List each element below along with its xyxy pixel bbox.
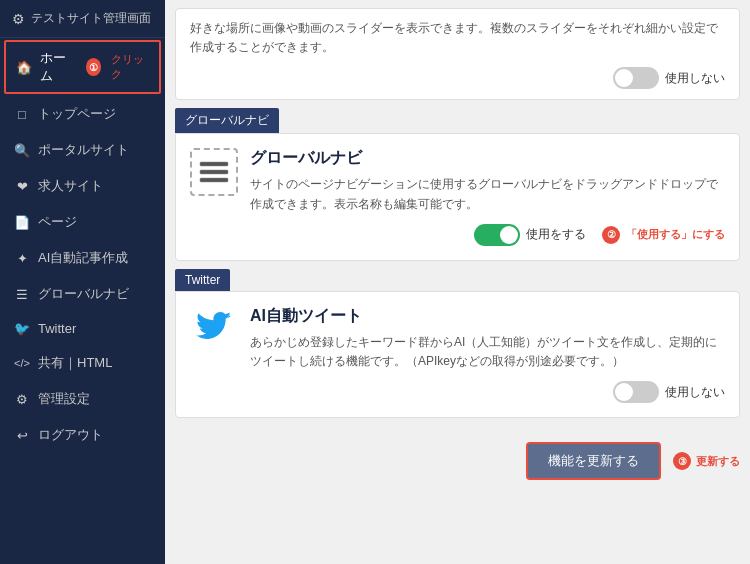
top-page-icon: □ (14, 107, 30, 122)
sidebar-item-admin[interactable]: ⚙ 管理設定 (0, 381, 165, 417)
twitter-card-body: AI自動ツイート あらかじめ登録したキーワード群からAI（人工知能）がツイート文… (250, 306, 725, 403)
annotation-badge-3: ③ (673, 452, 691, 470)
sidebar: ⚙ テストサイト管理画面 🏠 ホーム ① クリック □ トップページ 🔍 ポータ… (0, 0, 165, 564)
sidebar-item-ai-label: AI自動記事作成 (38, 249, 128, 267)
twitter-toggle-label: 使用しない (665, 384, 725, 401)
sidebar-item-home[interactable]: 🏠 ホーム ① クリック (4, 40, 161, 94)
twitter-toggle-knob (615, 383, 633, 401)
svg-rect-1 (200, 170, 228, 174)
sidebar-item-global-label: グローバルナビ (38, 285, 129, 303)
sidebar-item-html-share[interactable]: </> 共有｜HTML (0, 345, 165, 381)
svg-rect-0 (200, 162, 228, 166)
main-content: 好きな場所に画像や動画のスライダーを表示できます。複数のスライダーをそれぞれ細か… (165, 0, 750, 564)
twitter-bird-icon (196, 312, 232, 348)
sidebar-item-top-page[interactable]: □ トップページ (0, 96, 165, 132)
sidebar-item-portal-label: ポータルサイト (38, 141, 129, 159)
sidebar-item-ai-article[interactable]: ✦ AI自動記事作成 (0, 240, 165, 276)
ai-icon: ✦ (14, 251, 30, 266)
sidebar-item-global-nav[interactable]: ☰ グローバルナビ (0, 276, 165, 312)
annotation-badge-2: ② (602, 226, 620, 244)
global-navi-toggle[interactable] (474, 224, 520, 246)
portal-icon: 🔍 (14, 143, 30, 158)
global-navi-toggle-label: 使用をする (526, 226, 586, 243)
global-navi-card-desc: サイトのページナビゲーションに使用するグローバルナビをドラッグアンドドロップで作… (250, 175, 725, 213)
twitter-toggle-row: 使用しない (250, 381, 725, 403)
twitter-toggle[interactable] (613, 381, 659, 403)
sidebar-title-text: テストサイト管理画面 (31, 10, 151, 27)
global-navi-card-body: グローバルナビ サイトのページナビゲーションに使用するグローバルナビをドラッグア… (250, 148, 725, 245)
top-toggle[interactable] (613, 67, 659, 89)
html-icon: </> (14, 357, 30, 369)
sidebar-item-page-label: ページ (38, 213, 77, 231)
top-toggle-label: 使用しない (665, 70, 725, 87)
global-navi-card-icon (190, 148, 238, 196)
sidebar-item-page[interactable]: 📄 ページ (0, 204, 165, 240)
global-navi-toggle-row: 使用をする ② 「使用する」にする (250, 224, 725, 246)
annotation-text-3: 更新する (696, 454, 740, 469)
twitter-icon: 🐦 (14, 321, 30, 336)
sidebar-item-top-label: トップページ (38, 105, 116, 123)
sidebar-item-logout-label: ログアウト (38, 426, 103, 444)
footer-row: 機能を更新する ③ 更新する (165, 426, 750, 490)
global-navi-card-title: グローバルナビ (250, 148, 725, 169)
sidebar-item-job-label: 求人サイト (38, 177, 103, 195)
sidebar-title: ⚙ テストサイト管理画面 (0, 0, 165, 38)
sidebar-item-home-label: ホーム (40, 49, 74, 85)
top-toggle-knob (615, 69, 633, 87)
logout-icon: ↩ (14, 428, 30, 443)
top-partial-card: 好きな場所に画像や動画のスライダーを表示できます。複数のスライダーをそれぞれ細か… (175, 8, 740, 100)
update-button[interactable]: 機能を更新する (526, 442, 661, 480)
top-partial-text: 好きな場所に画像や動画のスライダーを表示できます。複数のスライダーをそれぞれ細か… (190, 19, 725, 57)
annotation-3-area: ③ 更新する (673, 452, 740, 470)
annotation-2-area: ② 「使用する」にする (602, 226, 725, 244)
global-navi-section-label: グローバルナビ (175, 108, 279, 133)
top-toggle-row: 使用しない (190, 67, 725, 89)
twitter-section: Twitter AI自動ツイート あらかじめ登録したキーワード群からAI（人工知… (175, 269, 740, 418)
sidebar-item-logout[interactable]: ↩ ログアウト (0, 417, 165, 453)
gear-icon: ⚙ (14, 392, 30, 407)
settings-icon: ⚙ (12, 11, 25, 27)
twitter-section-label: Twitter (175, 269, 230, 291)
global-navi-icon-svg (198, 156, 230, 188)
twitter-card-desc: あらかじめ登録したキーワード群からAI（人工知能）がツイート文を作成し、定期的に… (250, 333, 725, 371)
sidebar-item-portal[interactable]: 🔍 ポータルサイト (0, 132, 165, 168)
global-navi-section: グローバルナビ グローバルナビ サイトのページナビゲーションに使用するグローバル… (175, 108, 740, 260)
sidebar-item-twitter[interactable]: 🐦 Twitter (0, 312, 165, 345)
global-navi-card: グローバルナビ サイトのページナビゲーションに使用するグローバルナビをドラッグア… (175, 133, 740, 260)
twitter-card-title: AI自動ツイート (250, 306, 725, 327)
svg-rect-2 (200, 178, 228, 182)
job-icon: ❤ (14, 179, 30, 194)
twitter-card: AI自動ツイート あらかじめ登録したキーワード群からAI（人工知能）がツイート文… (175, 291, 740, 418)
annotation-text-2: 「使用する」にする (626, 227, 725, 242)
sidebar-item-admin-label: 管理設定 (38, 390, 90, 408)
global-navi-toggle-knob (500, 226, 518, 244)
sidebar-item-html-label: 共有｜HTML (38, 354, 112, 372)
twitter-card-icon (190, 306, 238, 354)
sidebar-item-twitter-label: Twitter (38, 321, 76, 336)
page-icon: 📄 (14, 215, 30, 230)
global-nav-icon: ☰ (14, 287, 30, 302)
home-icon: 🏠 (16, 60, 32, 75)
annotation-text-click: クリック (111, 52, 149, 82)
annotation-circle-1: ① (86, 58, 102, 76)
sidebar-item-job[interactable]: ❤ 求人サイト (0, 168, 165, 204)
